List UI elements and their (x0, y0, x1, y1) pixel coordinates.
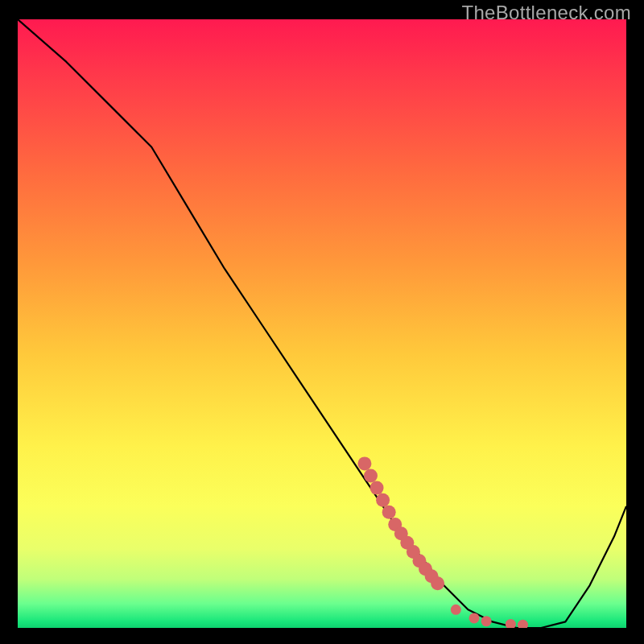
watermark-text: TheBottleneck.com (461, 2, 631, 24)
plot-canvas (18, 19, 626, 628)
plot-frame (18, 19, 626, 628)
